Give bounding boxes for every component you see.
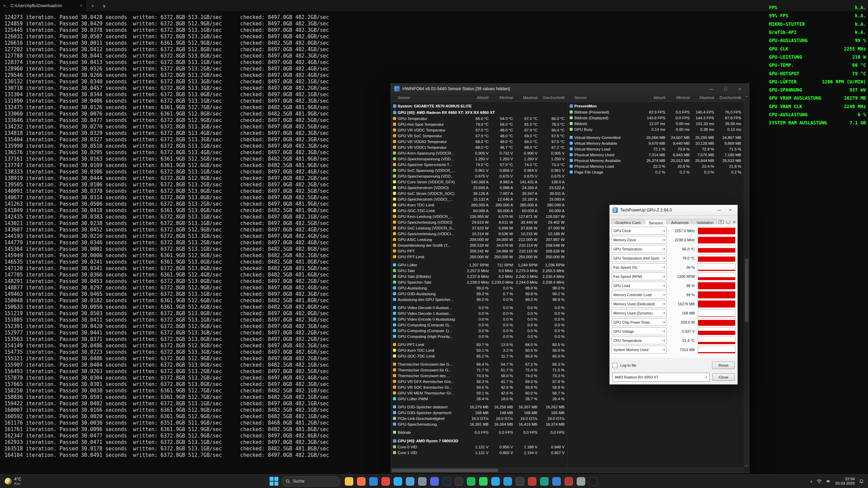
gpuz-sensor-select[interactable]: Memory Used (Dynamic) ▾ xyxy=(612,309,667,317)
gpuz-sensor-graph[interactable] xyxy=(698,337,735,344)
search-box[interactable]: Suche xyxy=(281,476,340,487)
column-minimum[interactable]: Minimal xyxy=(491,96,516,100)
sensor-row[interactable]: GPU Computing (Compute 1)... 0.0 % 0.0 %… xyxy=(391,328,567,333)
sensor-row[interactable] xyxy=(391,402,567,404)
taskbar-app-icon[interactable] xyxy=(501,475,514,487)
taskbar-app-icon[interactable] xyxy=(575,475,587,487)
gpuz-sensor-select[interactable]: System Memory Used ▾ xyxy=(612,346,667,353)
taskbar-app-icon[interactable] xyxy=(489,475,501,487)
terminal-titlebar[interactable]: >_ C:\Users\hpflu\Downloads\m × + ∨ xyxy=(0,0,868,11)
sensor-row[interactable]: GPU PPT 209.241 W 34.966 W 210.116 W 208… xyxy=(391,248,567,254)
sensor-row[interactable]: Physical Memory Load 22.3 % 20.9 % 23.4 … xyxy=(568,163,744,169)
taskbar-app-icon[interactable] xyxy=(416,475,428,487)
maximize-button[interactable]: □ xyxy=(720,86,731,92)
taskbar-app-icon[interactable] xyxy=(379,475,392,487)
volume-icon[interactable] xyxy=(826,479,831,484)
start-button[interactable] xyxy=(269,476,279,486)
sensor-row[interactable]: GPU-Speicherstrom (VDDCI_... 15.132 A 12… xyxy=(391,196,567,202)
clock-widget[interactable]: 22:54 20.03.2025 xyxy=(835,477,855,486)
sensor-row[interactable]: Page File Usage 0.2 % 0.2 % 0.3 % 0.2 % xyxy=(568,169,744,175)
sensor-row[interactable]: GPU-Kern-Spannung (VDDCR... 0.905 V 0.73… xyxy=(391,150,567,156)
sensor-row[interactable]: Bildrate (Presented) 82.9 FPS 0.0 FPS 14… xyxy=(568,109,744,115)
sensor-row[interactable]: Bildrate (Displayed) 143.8 FPS 0.0 FPS 1… xyxy=(568,115,744,121)
gpuz-sensor-select[interactable]: GPU Chip Power Draw ▾ xyxy=(612,318,667,326)
sensor-row[interactable] xyxy=(391,302,567,305)
sensor-row[interactable]: GPU D3D-Speicher dediziert 16,279 MB 16,… xyxy=(391,404,567,410)
close-button[interactable]: × xyxy=(726,208,735,212)
column-average[interactable]: Durchschnitt xyxy=(540,96,567,100)
sensor-row[interactable]: GPU-Kern TDC-Limit 280.000 A 280.000 A 2… xyxy=(391,202,567,208)
screenshot-icon[interactable] xyxy=(718,220,724,224)
sensor-row[interactable]: Thermischer Grenzwert für G... 71.7 % 51… xyxy=(391,367,567,373)
sensor-row[interactable]: GPU PPT-Limit 250.000 W 250.000 W 250.00… xyxy=(391,254,567,260)
sensor-row[interactable]: GPU-Auslastung 99.0 % 0.0 % 99.0 % 98.0 … xyxy=(391,285,567,291)
sensor-row[interactable]: PresentMon xyxy=(568,103,744,109)
sensor-row[interactable]: GPU-Temperatur 66.0 °C 54.0 °C 67.0 °C 6… xyxy=(391,116,567,121)
sensor-row[interactable]: GPU Speicher-Takt 2,238.0 MHz 2,230.0 MH… xyxy=(391,279,567,285)
sensor-row[interactable]: Thermischer Grenzwert der G... 66.4 % 54… xyxy=(391,361,567,367)
gpuz-sensor-select[interactable]: Memory Used (Dedicated) ▾ xyxy=(612,300,667,308)
taskbar-app-icon[interactable] xyxy=(428,475,440,487)
sensor-row[interactable]: Bildrate 0.0 FPS 0.0 FPS 0.0 FPS 0.0 FPS xyxy=(391,429,567,435)
notification-bell-icon[interactable] xyxy=(859,479,864,484)
sensor-row[interactable]: Auslastung des GPU Speicher... 99.0 % 0.… xyxy=(391,297,567,302)
taskbar-app-icon[interactable] xyxy=(453,475,465,487)
gpuz-sensor-select[interactable]: Memory Clock ▾ xyxy=(612,236,667,244)
close-button[interactable]: Close xyxy=(712,373,735,381)
sensor-row[interactable] xyxy=(391,435,567,438)
sensor-row[interactable]: GPU VR SOC thermischer Gr... 59.6 % 42.6… xyxy=(391,384,567,390)
scroll-down-icon[interactable]: ▼ xyxy=(744,464,749,467)
gpuz-sensor-select[interactable]: GPU Voltage ▾ xyxy=(612,327,667,335)
gpuz-sensor-graph[interactable] xyxy=(698,227,735,235)
gpuz-sensor-select[interactable]: Fan Speed (%) ▾ xyxy=(612,263,667,271)
sensor-row[interactable]: GPU-Speicherstrom (VDDIO) 23.695 A 6.888… xyxy=(391,185,567,190)
taskbar-app-icon[interactable] xyxy=(550,475,563,487)
sensor-row[interactable]: GPU-Speicher Sperrschicht-T... 74.0 °C 5… xyxy=(391,162,567,167)
sensor-row[interactable]: CPU [#0]: AMD Ryzen 7 5800X3D xyxy=(391,438,567,444)
sensor-row[interactable]: GPU [#0]: AMD Radeon RX 6950 XT: XFX RX … xyxy=(391,109,567,116)
taskbar-app-icon[interactable] xyxy=(538,475,550,487)
sensor-row[interactable]: GPU VR VDDIO Temperatur 68.0 °C 49.0 °C … xyxy=(391,139,567,144)
minimize-button[interactable]: — xyxy=(706,86,717,92)
sensor-row[interactable]: Thermischer Grenzwert des ... 74.0 % 58.… xyxy=(391,373,567,379)
taskbar-app-icon[interactable] xyxy=(514,475,526,487)
taskbar-app-icon[interactable] xyxy=(343,475,355,487)
sensor-row[interactable]: GPU SoC Spannung (VDDCR_... 0.961 V 0.85… xyxy=(391,167,567,173)
minimize-button[interactable]: — xyxy=(715,208,724,212)
gpuz-sensor-graph[interactable] xyxy=(698,272,735,280)
gpuz-sensor-graph[interactable] xyxy=(698,254,735,262)
hwinfo-column-headers[interactable]: Sensor Aktuell Minimal Maximal Durchschn… xyxy=(568,94,744,102)
taskbar-app-icon[interactable] xyxy=(440,475,453,487)
horizontal-scrollbar[interactable] xyxy=(391,468,744,473)
gpu-select-dropdown[interactable]: AMD Radeon RX 6950 XT ▾ xyxy=(612,373,710,382)
sensor-row[interactable]: GPU-SOC-TDC-Limit 60.000 A 60.000 A 60.0… xyxy=(391,208,567,214)
gpuz-sensor-select[interactable]: GPU Temperature ▾ xyxy=(612,245,667,253)
sensor-row[interactable]: GPU Core Strom (VDDCR_GFX) 140.368 A 8.9… xyxy=(391,179,567,185)
sensor-row[interactable]: GPU-Speicherspannung (VDD... 1.250 V 1.2… xyxy=(391,156,567,162)
scrollbar-thumb[interactable] xyxy=(745,259,748,322)
log-to-file-checkbox[interactable] xyxy=(612,363,617,368)
terminal-tab[interactable]: >_ C:\Users\hpflu\Downloads\m × xyxy=(0,0,87,11)
sensor-row[interactable] xyxy=(391,359,567,361)
sensor-row[interactable]: GPU-Speichernutzung 16,391 MB 16,364 MB … xyxy=(391,421,567,427)
scroll-up-icon[interactable]: ▲ xyxy=(744,95,749,98)
sensor-row[interactable]: GPU-Speicherleistung (VDDCI... 10.214 W … xyxy=(391,231,567,237)
gpuz-sensor-graph[interactable] xyxy=(698,263,735,271)
gpuz-sensor-select[interactable]: GPU Temperature (Hot Spot) ▾ xyxy=(612,254,667,262)
gpuz-sensor-select[interactable]: GPU Load ▾ xyxy=(612,282,667,289)
sensor-row[interactable]: GPU VR VDDCI Temperatur 68.0 °C 48.7 °C … xyxy=(391,144,567,150)
sensor-row[interactable]: Physical Memory Available 25,374 MB 25,0… xyxy=(568,158,744,163)
column-maximum[interactable]: Maximal xyxy=(516,96,540,100)
sensor-row[interactable]: GPU Video Decode 0 Auslast... 0.0 % 0.0 … xyxy=(391,305,567,310)
hidden-icons-chevron-icon[interactable]: ∧ xyxy=(810,480,812,483)
sensor-row[interactable] xyxy=(568,132,744,135)
refresh-icon[interactable] xyxy=(726,220,730,224)
sensor-row[interactable]: GPU Kern-Leistung (VDDCR_... 126.959 W 6… xyxy=(391,214,567,219)
sensor-row[interactable]: GPU-Speicherspannung (VDD... 0.675 V 0.6… xyxy=(391,173,567,179)
sensor-row[interactable]: GPU D3D-Speicher dynamisch 168 MB 148 MB… xyxy=(391,410,567,415)
sensor-row[interactable]: GPU Lüfter 1,207 RPM 711 RPM 1,249 RPM 1… xyxy=(391,262,567,268)
taskbar-app-icon[interactable] xyxy=(465,475,477,487)
sensor-row[interactable]: GPU Busy 0.14 ms 0.00 ms 0.38 ms 0.13 ms xyxy=(568,126,744,132)
sensor-row[interactable] xyxy=(391,339,567,342)
sensor-row[interactable]: GPU Computing (Compute 0)... 0.0 % 0.0 %… xyxy=(391,322,567,328)
